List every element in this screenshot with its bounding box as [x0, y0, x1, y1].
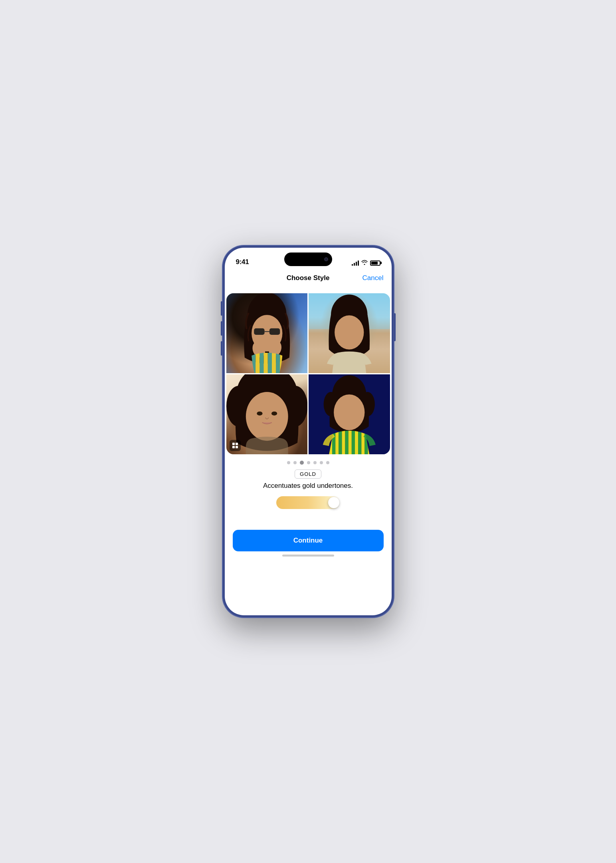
- status-icons: [352, 260, 380, 266]
- svg-point-32: [334, 394, 364, 430]
- bar1: [352, 264, 353, 266]
- photo-cell-1[interactable]: [226, 293, 308, 373]
- style-description: Accentuates gold undertones.: [225, 482, 392, 490]
- battery-icon: [370, 260, 380, 266]
- slider-container: [225, 496, 392, 509]
- svg-rect-7: [252, 353, 256, 373]
- svg-rect-24: [232, 443, 235, 445]
- svg-point-22: [257, 412, 262, 416]
- svg-rect-27: [236, 446, 238, 448]
- battery-fill: [371, 262, 378, 264]
- photo-grid-container: [225, 293, 392, 454]
- svg-rect-25: [236, 443, 238, 445]
- bar2: [354, 263, 355, 266]
- dot-2[interactable]: [293, 461, 297, 464]
- continue-button-container: Continue: [225, 530, 392, 551]
- signal-bars-icon: [352, 260, 359, 266]
- photo-cell-3[interactable]: [226, 374, 308, 454]
- svg-rect-11: [267, 353, 271, 373]
- svg-rect-36: [339, 431, 342, 454]
- svg-rect-13: [276, 353, 280, 373]
- spacer: [225, 517, 392, 527]
- svg-point-21: [246, 392, 288, 441]
- navigation-bar: Choose Style Cancel: [225, 269, 392, 287]
- status-bar: 9:41: [225, 248, 392, 269]
- continue-button[interactable]: Continue: [233, 530, 384, 551]
- svg-rect-12: [271, 353, 275, 373]
- bar3: [356, 262, 357, 266]
- dynamic-island: [284, 253, 332, 266]
- wifi-icon: [361, 260, 368, 266]
- svg-rect-10: [263, 353, 267, 373]
- svg-rect-39: [349, 431, 352, 454]
- cancel-button[interactable]: Cancel: [362, 274, 384, 282]
- photo-grid[interactable]: [226, 293, 390, 454]
- page-dots: [225, 461, 392, 465]
- svg-rect-35: [335, 431, 339, 454]
- svg-rect-43: [361, 431, 364, 454]
- photo-grid-icon: [230, 440, 241, 451]
- phone-frame: 9:41: [222, 245, 394, 618]
- dot-6[interactable]: [320, 461, 323, 464]
- svg-point-17: [335, 315, 364, 349]
- continue-button-label: Continue: [293, 537, 323, 545]
- dot-5[interactable]: [313, 461, 317, 464]
- svg-rect-8: [256, 353, 259, 373]
- dot-7[interactable]: [326, 461, 329, 464]
- home-indicator: [225, 551, 392, 561]
- bar4: [358, 260, 359, 266]
- svg-point-23: [271, 412, 277, 416]
- svg-rect-40: [352, 431, 355, 454]
- dot-3[interactable]: [300, 461, 304, 465]
- svg-rect-37: [342, 431, 345, 454]
- svg-rect-41: [355, 431, 358, 454]
- intensity-slider[interactable]: [276, 496, 340, 509]
- svg-rect-38: [345, 431, 349, 454]
- phone-screen: 9:41: [225, 248, 392, 615]
- slider-thumb[interactable]: [328, 497, 339, 508]
- dot-1[interactable]: [287, 461, 290, 464]
- svg-rect-2: [254, 328, 264, 335]
- status-time: 9:41: [236, 258, 249, 266]
- camera-dot: [324, 257, 328, 261]
- svg-rect-42: [358, 431, 361, 454]
- photo-cell-2[interactable]: [309, 293, 390, 373]
- svg-rect-3: [269, 328, 279, 335]
- svg-rect-26: [232, 446, 235, 448]
- svg-rect-9: [259, 353, 263, 373]
- dot-4[interactable]: [307, 461, 310, 464]
- style-badge: GOLD: [225, 469, 392, 479]
- page-title: Choose Style: [287, 274, 330, 282]
- home-bar: [282, 555, 334, 557]
- photo-cell-4[interactable]: [309, 374, 390, 454]
- style-name: GOLD: [295, 469, 321, 479]
